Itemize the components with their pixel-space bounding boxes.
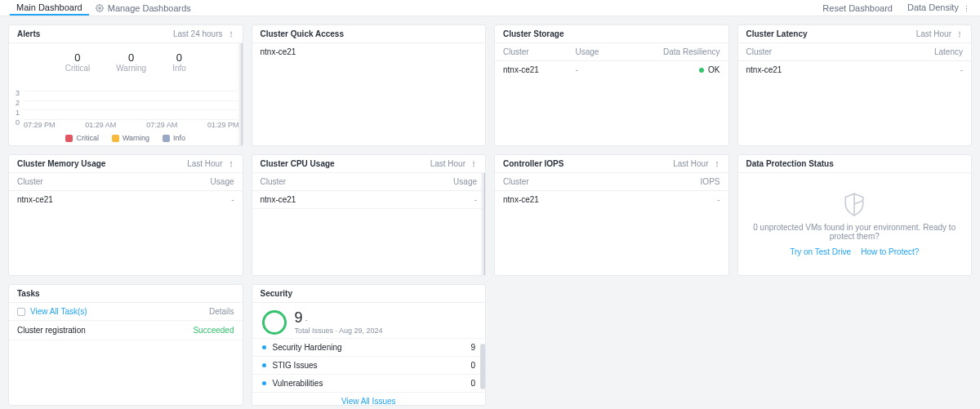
svg-point-0 bbox=[98, 7, 100, 9]
time-range[interactable]: Last 24 hours bbox=[173, 29, 223, 38]
latency-value: - bbox=[854, 65, 963, 74]
time-range[interactable]: Last Hour bbox=[430, 159, 466, 168]
legend-color-icon bbox=[163, 135, 170, 142]
more-icon[interactable]: ⋮ bbox=[714, 160, 720, 167]
col-header: Usage bbox=[368, 177, 477, 186]
alert-count-warning[interactable]: 0 Warning bbox=[116, 51, 146, 73]
card-title: Data Protection Status bbox=[746, 159, 834, 168]
sec-label: Vulnerabilities bbox=[273, 379, 471, 388]
resize-handle-icon[interactable] bbox=[238, 43, 243, 145]
security-category[interactable]: Security Hardening 9 bbox=[252, 338, 486, 356]
more-icon[interactable]: ⋮ bbox=[228, 30, 234, 38]
card-title: Security bbox=[261, 289, 292, 298]
bullet-icon bbox=[262, 345, 266, 349]
sec-label: STIG Issues bbox=[273, 361, 471, 370]
col-header: Cluster bbox=[261, 177, 369, 186]
cluster-link[interactable]: ntnx-ce21 bbox=[503, 195, 612, 204]
view-all-tasks-link[interactable]: View All Task(s) bbox=[30, 307, 87, 316]
card-title: Cluster CPU Usage bbox=[261, 159, 335, 168]
card-title: Cluster Quick Access bbox=[261, 29, 344, 38]
task-name[interactable]: Cluster registration bbox=[17, 326, 126, 335]
alert-count-critical[interactable]: 0 Critical bbox=[65, 51, 91, 73]
data-density-label: Data Density bbox=[907, 2, 959, 12]
trend-icon: - bbox=[305, 316, 308, 324]
security-subtitle: Total Issues · Aug 29, 2024 bbox=[295, 327, 383, 335]
data-density-button[interactable]: Data Density ⋮ bbox=[907, 2, 970, 12]
time-range[interactable]: Last Hour bbox=[673, 159, 708, 168]
cluster-link[interactable]: ntnx-ce21 bbox=[17, 195, 126, 204]
card-title: Controller IOPS bbox=[503, 159, 564, 168]
scrollbar[interactable] bbox=[480, 344, 485, 389]
progress-ring-icon bbox=[262, 310, 287, 335]
reset-dashboard-button[interactable]: Reset Dashboard bbox=[822, 3, 893, 13]
chart-y-axis: 3 2 1 0 bbox=[16, 89, 20, 127]
usage-value: - bbox=[368, 195, 477, 204]
more-icon[interactable]: ⋮ bbox=[470, 160, 477, 167]
sec-count: 0 bbox=[470, 361, 475, 370]
card-title: Cluster Storage bbox=[503, 29, 564, 38]
chart-x-axis: 07:29 PM 01:29 AM 07:29 AM 01:29 PM bbox=[24, 121, 239, 129]
card-title: Alerts bbox=[17, 29, 40, 38]
legend-critical[interactable]: Critical bbox=[65, 134, 99, 142]
storage-widget: Cluster Storage Cluster Usage Data Resil… bbox=[494, 24, 729, 146]
security-category[interactable]: Vulnerabilities 0 bbox=[252, 374, 486, 392]
data-protection-widget: Data Protection Status 0 unprotected VMs… bbox=[737, 154, 973, 276]
cluster-link[interactable]: ntnx-ce21 bbox=[503, 65, 576, 74]
card-title: Cluster Latency bbox=[746, 29, 808, 38]
col-header: Cluster bbox=[746, 47, 855, 56]
col-header: Usage bbox=[576, 47, 648, 56]
resize-handle-icon[interactable] bbox=[480, 173, 485, 275]
col-header: IOPS bbox=[612, 177, 720, 186]
tab-manage-dashboards[interactable]: Manage Dashboards bbox=[89, 0, 198, 16]
col-header: Usage bbox=[126, 177, 234, 186]
legend-color-icon bbox=[112, 135, 119, 142]
bullet-icon bbox=[262, 381, 266, 385]
tab-main-dashboard[interactable]: Main Dashboard bbox=[10, 0, 89, 16]
sec-count: 9 bbox=[470, 343, 475, 352]
quick-access-widget: Cluster Quick Access ntnx-ce21 bbox=[252, 24, 487, 146]
more-icon: ⋮ bbox=[963, 5, 970, 13]
tasks-widget: Tasks View All Task(s) Details Cluster r… bbox=[8, 284, 243, 406]
card-title: Tasks bbox=[17, 289, 40, 298]
iops-value: - bbox=[612, 195, 720, 204]
details-header: Details bbox=[209, 307, 234, 316]
gear-icon bbox=[96, 4, 104, 12]
task-status: Succeeded bbox=[126, 326, 234, 335]
usage-value: - bbox=[126, 195, 234, 204]
cluster-link[interactable]: ntnx-ce21 bbox=[261, 195, 369, 204]
resiliency-value: OK bbox=[648, 65, 720, 74]
sec-label: Security Hardening bbox=[273, 343, 471, 352]
try-test-drive-link[interactable]: Try on Test Drive bbox=[790, 247, 851, 256]
sec-count: 0 bbox=[470, 379, 475, 388]
latency-widget: Cluster Latency Last Hour ⋮ Cluster Late… bbox=[737, 24, 973, 146]
legend-color-icon bbox=[65, 135, 73, 142]
cpu-widget: Cluster CPU Usage Last Hour ⋮ Cluster Us… bbox=[252, 154, 487, 276]
view-all-issues-link[interactable]: View All Issues bbox=[252, 392, 486, 405]
time-range[interactable]: Last Hour bbox=[916, 29, 951, 38]
alerts-widget: Alerts Last 24 hours ⋮ 0 Critical 0 Warn… bbox=[8, 24, 243, 146]
legend-warning[interactable]: Warning bbox=[112, 134, 149, 142]
more-icon[interactable]: ⋮ bbox=[956, 30, 963, 38]
security-widget: Security 9 - Total Issues · Aug 29, 2024… bbox=[252, 284, 487, 406]
col-header: Latency bbox=[854, 47, 963, 56]
shield-icon bbox=[844, 192, 865, 216]
alert-count-info[interactable]: 0 Info bbox=[172, 51, 186, 73]
checkbox-icon[interactable] bbox=[17, 308, 25, 316]
tab-label: Manage Dashboards bbox=[108, 3, 191, 13]
how-to-protect-link[interactable]: How to Protect? bbox=[861, 247, 919, 256]
col-header: Cluster bbox=[503, 177, 612, 186]
security-category[interactable]: STIG Issues 0 bbox=[252, 356, 486, 374]
col-header: Cluster bbox=[17, 177, 126, 186]
dp-message: 0 unprotected VMs found in your environm… bbox=[748, 223, 962, 241]
card-title: Cluster Memory Usage bbox=[17, 159, 105, 168]
memory-widget: Cluster Memory Usage Last Hour ⋮ Cluster… bbox=[8, 154, 243, 276]
tab-label: Main Dashboard bbox=[16, 2, 82, 12]
cluster-link[interactable]: ntnx-ce21 bbox=[746, 65, 855, 74]
col-header: Cluster bbox=[503, 47, 576, 56]
legend-info[interactable]: Info bbox=[163, 134, 185, 142]
cluster-link[interactable]: ntnx-ce21 bbox=[261, 47, 478, 56]
total-issues-value: 9 bbox=[295, 309, 303, 326]
more-icon[interactable]: ⋮ bbox=[228, 160, 234, 167]
col-header: Data Resiliency bbox=[648, 47, 720, 56]
time-range[interactable]: Last Hour bbox=[187, 159, 222, 168]
